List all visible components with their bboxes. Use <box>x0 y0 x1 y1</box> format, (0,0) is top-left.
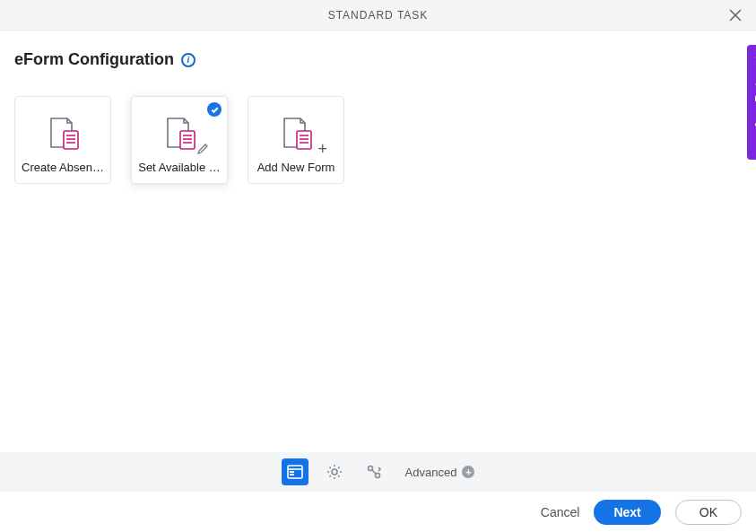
svg-point-18 <box>332 469 337 475</box>
svg-rect-6 <box>180 131 195 149</box>
pencil-icon <box>196 143 209 159</box>
next-button[interactable]: Next <box>594 500 660 525</box>
footer-actions: Cancel Next OK <box>0 492 756 532</box>
form-card-add-new[interactable]: + Add New Form <box>248 96 344 184</box>
app-data-label: App Data <box>752 75 757 128</box>
flow-icon[interactable] <box>361 458 387 485</box>
info-icon[interactable]: i <box>181 53 196 67</box>
page-heading-row: eForm Configuration i <box>14 50 742 69</box>
close-icon[interactable] <box>727 7 743 23</box>
svg-rect-16 <box>290 471 294 473</box>
ok-button[interactable]: OK <box>675 500 742 525</box>
form-doc-icon <box>44 114 82 152</box>
form-doc-icon: + <box>277 114 315 152</box>
gear-icon[interactable] <box>321 458 348 485</box>
form-card-set-available[interactable]: Set Available … <box>131 96 228 184</box>
form-card-label: Create Absen… <box>22 161 104 174</box>
svg-rect-2 <box>64 131 78 149</box>
plus-circle-icon: + <box>462 466 474 478</box>
form-card-label: Add New Form <box>257 161 335 174</box>
form-card-create-absence[interactable]: Create Absen… <box>14 96 111 184</box>
check-icon <box>207 102 222 117</box>
advanced-label: Advanced <box>405 466 457 479</box>
cancel-button[interactable]: Cancel <box>541 505 580 519</box>
page-title: eForm Configuration <box>14 50 174 69</box>
svg-point-20 <box>375 474 379 478</box>
form-doc-icon <box>161 114 198 152</box>
advanced-toggle[interactable]: Advanced + <box>405 466 475 479</box>
page-content: eForm Configuration i Create Absen… <box>0 31 756 452</box>
window-icon[interactable] <box>282 458 308 485</box>
svg-rect-10 <box>297 131 311 149</box>
bottom-toolbar: Advanced + <box>0 452 756 492</box>
form-card-label: Set Available … <box>138 161 221 174</box>
header-bar: STANDARD TASK <box>0 0 756 31</box>
form-card-list: Create Absen… Set Available <box>14 96 742 184</box>
svg-rect-17 <box>290 474 294 475</box>
app-data-tab[interactable]: App Data <box>747 45 756 160</box>
plus-icon: + <box>317 141 327 157</box>
header-title: STANDARD TASK <box>328 9 429 22</box>
svg-point-19 <box>368 467 372 471</box>
